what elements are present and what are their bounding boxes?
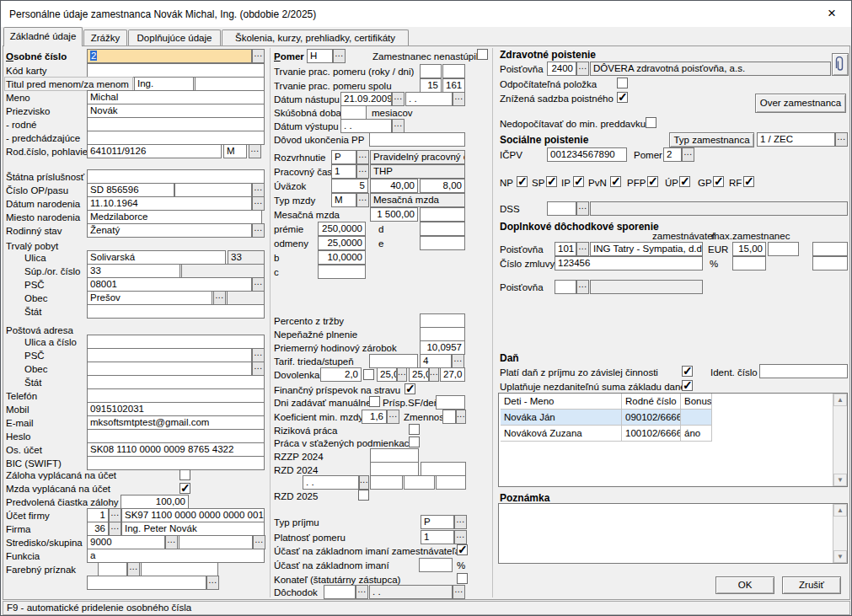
flag-ip-checkbox[interactable] [573, 176, 584, 187]
flag-np-checkbox[interactable] [517, 176, 528, 187]
heslo-field[interactable] [87, 429, 265, 443]
stazene-checkbox[interactable] [409, 437, 420, 447]
firma-name-field[interactable]: Ing. Peter Novák [121, 522, 265, 536]
odpocitatelna-checkbox[interactable] [617, 78, 628, 88]
flag-pfp-checkbox[interactable] [647, 176, 658, 187]
datum-nastupu2-browse-button[interactable]: ... [453, 92, 465, 106]
datum-nastupu2-field[interactable]: . . [405, 92, 453, 106]
typ-mzdy-browse-button[interactable]: ... [356, 193, 369, 207]
table-row[interactable]: 100102/6666 [622, 426, 681, 442]
dovolenka-field-1[interactable]: 2,0 [320, 367, 362, 382]
dochodok-date-browse[interactable]: ... [453, 585, 465, 599]
datum-vystupu-browse-button[interactable]: ... [392, 119, 405, 133]
typ-prijmu-browse-button[interactable]: ... [454, 515, 467, 529]
stat-field[interactable] [87, 304, 265, 319]
nenastupil-checkbox[interactable] [477, 49, 488, 60]
titul-za-field[interactable] [195, 77, 265, 91]
post-ulica-field[interactable] [87, 335, 265, 349]
skusobna-field[interactable] [340, 105, 367, 120]
c-field[interactable] [318, 265, 366, 279]
table-row[interactable] [681, 410, 712, 426]
uvazok-field-3[interactable]: 8,00 [420, 179, 465, 193]
uvazok-field-2[interactable]: 40,00 [370, 179, 418, 193]
ucast-zam-checkbox[interactable] [457, 544, 468, 555]
konatel-checkbox[interactable] [457, 573, 468, 584]
pomer-browse-button[interactable]: ... [333, 49, 346, 63]
rozvrhnutie-code-field[interactable]: P [331, 150, 356, 164]
financny-checkbox[interactable] [405, 383, 415, 394]
table-row[interactable]: Nováka Ján [501, 410, 622, 426]
table-row[interactable]: Nováková Zuzana [501, 426, 622, 442]
pohlavie-browse-button[interactable]: ... [249, 144, 261, 158]
nepenazne-field[interactable] [420, 327, 465, 341]
ddp-eur-field[interactable]: 15,00 [732, 242, 766, 256]
rodinny-stav-field[interactable]: Ženatý [87, 223, 252, 238]
premie-field[interactable]: 250,0000 [318, 222, 366, 236]
rzd25-checkbox[interactable] [358, 490, 369, 501]
ucast-field[interactable] [419, 558, 453, 572]
ddp-pct-zamestnanec-field[interactable] [812, 256, 848, 271]
table-row[interactable]: áno [681, 426, 712, 442]
dochodok-date-field[interactable]: . . [369, 585, 453, 599]
rzd24-field-3[interactable] [370, 475, 403, 490]
obec-browse-button[interactable]: ... [213, 291, 226, 305]
obec-field[interactable]: Prešov [87, 291, 212, 305]
dovolenka-checkbox[interactable] [363, 369, 374, 380]
dovolenka-field-4[interactable]: 27,0 [440, 367, 465, 382]
skupina-browse-button[interactable]: ... [253, 535, 265, 549]
rzd24-field-2[interactable] [421, 462, 466, 476]
over-zamestnanca-button[interactable]: Over zamestnanca [755, 94, 846, 113]
scroll-up-icon[interactable]: ▲ [833, 394, 847, 406]
typ-zamestnanca-browse[interactable]: ... [835, 132, 848, 147]
osobne-cislo-browse-button[interactable]: ... [252, 49, 265, 63]
uvazok-field-1[interactable]: 5 [331, 179, 368, 193]
zmennost-browse-button[interactable]: ... [456, 410, 466, 424]
mobil-field[interactable]: 0915102031 [87, 402, 265, 416]
scroll-down-icon[interactable]: ▼ [833, 550, 847, 563]
meno-field[interactable]: Michal [87, 90, 265, 104]
tab-skolenia[interactable]: Školenia, kurzy, prehliadky, certifikáty [222, 29, 409, 46]
ddp-zamestnanec-field[interactable] [812, 242, 848, 256]
post-obec-field[interactable] [87, 362, 252, 376]
platnost-field[interactable]: 1 [421, 530, 454, 544]
kod-karty-field[interactable] [87, 63, 265, 78]
mzda-ucet-checkbox[interactable] [180, 483, 190, 494]
plati-dan-checkbox[interactable] [682, 366, 693, 377]
psc-field[interactable]: 08001 [87, 277, 252, 292]
pracovny-cas-browse-button[interactable]: ... [356, 164, 369, 179]
flag-gp-checkbox[interactable] [713, 176, 724, 187]
firma-browse-button[interactable]: ... [109, 522, 121, 536]
rozvrhnutie-browse-button[interactable]: ... [356, 150, 369, 164]
ucet-firmy-iban-field[interactable]: SK97 1100 0000 0000 0000 0019 [121, 508, 265, 522]
bic-field[interactable] [87, 456, 265, 470]
prisp-sf-field[interactable] [436, 395, 465, 410]
uplatnuje-checkbox[interactable] [682, 380, 693, 391]
stredisko-field[interactable]: 9000 [87, 535, 165, 549]
osobne-cislo-field[interactable]: 2 [87, 49, 252, 63]
rodinny-stav-browse-button[interactable]: ... [252, 223, 265, 238]
icpv-field[interactable]: 001234567890 [547, 147, 627, 162]
zmennost-field[interactable] [442, 410, 456, 424]
d-field[interactable] [420, 222, 465, 236]
ulica-cislo-field[interactable]: 33 [228, 250, 265, 265]
priezvisko-field[interactable]: Novák [87, 104, 265, 118]
firma-num-field[interactable]: 36 [87, 522, 109, 536]
ddp2-browse-button[interactable]: ... [576, 280, 589, 294]
dovod-field[interactable] [369, 132, 465, 147]
ddp2-code-field[interactable] [555, 280, 576, 294]
poznamka-textarea[interactable]: ▲ ▼ [498, 503, 848, 564]
cislo-op-browse-button[interactable]: ... [252, 183, 265, 197]
flag-sp-checkbox[interactable] [546, 176, 557, 187]
rzd24-date-browse[interactable]: ... [359, 475, 369, 490]
rzd24-date-field[interactable]: . . [303, 475, 359, 490]
ok-button[interactable]: OK [715, 576, 774, 594]
skupina-field[interactable] [179, 535, 253, 549]
flag-rf-checkbox[interactable] [743, 176, 754, 187]
os-ucet-field[interactable]: SK08 1110 0000 0009 8765 4322 [87, 442, 265, 457]
rod-cislo-field[interactable]: 641011/9126 [87, 144, 222, 158]
rzd24-field-5[interactable] [436, 475, 466, 490]
odmeny-field[interactable]: 25,0000 [318, 236, 366, 250]
datum-nastupu-browse-button[interactable]: ... [392, 92, 405, 106]
ddp-name-field[interactable]: ING Tatry - Sympatia, d.d [590, 242, 703, 256]
farebny-priznak2-field[interactable] [87, 576, 206, 590]
